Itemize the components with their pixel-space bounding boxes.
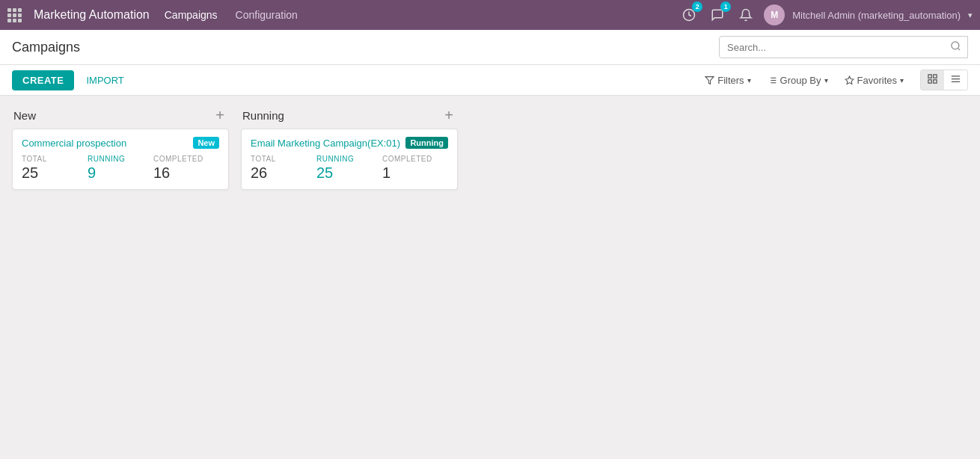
topnav: Marketing Automation Campaigns Configura… [0, 0, 980, 30]
view-toggle [920, 70, 968, 90]
card-stats: TOTAL 25 RUNNING 9 COMPLETED 16 [22, 155, 219, 182]
stat-item: RUNNING 9 [88, 155, 153, 182]
stat-label: RUNNING [88, 155, 125, 163]
import-button[interactable]: IMPORT [80, 70, 129, 90]
svg-line-2 [958, 48, 960, 50]
kanban-column-running: Running + Email Marketing Campaign(EX:01… [241, 108, 458, 196]
svg-rect-13 [928, 80, 931, 83]
search-container [719, 36, 968, 58]
stat-label: RUNNING [316, 155, 354, 163]
clock-icon-btn[interactable]: 2 [679, 4, 699, 25]
kanban-board: New + Commercial prospection New TOTAL 2… [0, 96, 980, 208]
user-name[interactable]: Mitchell Admin (marketing_automation) [792, 10, 961, 21]
stat-item: RUNNING 25 [316, 155, 382, 182]
user-dropdown-arrow[interactable]: ▾ [968, 10, 973, 20]
topnav-campaigns[interactable]: Campaigns [162, 7, 221, 22]
filter-area: Filters ▾ Group By ▾ Favorites ▾ [699, 70, 968, 90]
col-header-new: New + [12, 108, 229, 123]
kanban-card[interactable]: Commercial prospection New TOTAL 25 RUNN… [12, 129, 229, 190]
toolbar: Campaigns [0, 30, 980, 65]
search-button[interactable] [944, 37, 967, 58]
topnav-right: 2 1 M Mitchell Admin (marketing_automati… [679, 4, 973, 25]
stat-label: TOTAL [22, 155, 47, 163]
stat-item: TOTAL 26 [251, 155, 316, 182]
col-header-running: Running + [241, 108, 458, 123]
create-button[interactable]: CREATE [12, 70, 74, 90]
app-title: Marketing Automation [34, 8, 150, 22]
card-name[interactable]: Commercial prospection [22, 138, 126, 149]
card-top: Commercial prospection New [22, 137, 219, 149]
svg-rect-14 [934, 80, 937, 83]
card-top: Email Marketing Campaign(EX:01) Running [251, 137, 448, 149]
svg-point-1 [952, 42, 959, 49]
stat-item: COMPLETED 16 [153, 155, 219, 182]
filters-button[interactable]: Filters ▾ [699, 72, 756, 89]
card-badge: Running [405, 137, 448, 149]
card-stats: TOTAL 26 RUNNING 25 COMPLETED 1 [251, 155, 448, 182]
svg-marker-3 [705, 76, 714, 84]
bell-icon-btn[interactable] [735, 4, 756, 25]
col-title-running: Running [242, 109, 284, 122]
col-add-button-new[interactable]: + [212, 108, 227, 123]
kanban-view-button[interactable] [921, 70, 944, 90]
stat-value: 26 [251, 164, 267, 182]
user-avatar[interactable]: M [764, 4, 785, 25]
list-view-button[interactable] [944, 70, 967, 90]
stat-value: 9 [88, 164, 96, 182]
search-area [719, 36, 968, 58]
col-add-button-running[interactable]: + [441, 108, 456, 123]
chat-icon-btn[interactable]: 1 [707, 4, 728, 25]
svg-marker-10 [845, 76, 854, 84]
kanban-card[interactable]: Email Marketing Campaign(EX:01) Running … [241, 129, 458, 190]
stat-label: TOTAL [251, 155, 276, 163]
page-title: Campaigns [12, 40, 80, 55]
topnav-configuration[interactable]: Configuration [233, 7, 301, 22]
stat-value: 16 [153, 164, 170, 182]
search-input[interactable] [720, 38, 944, 57]
stat-value: 25 [316, 164, 333, 182]
svg-rect-12 [934, 75, 937, 78]
stat-label: COMPLETED [153, 155, 203, 163]
card-name[interactable]: Email Marketing Campaign(EX:01) [251, 138, 400, 149]
topnav-menus: Campaigns Configuration [162, 7, 667, 22]
card-badge: New [193, 137, 219, 149]
stat-value: 25 [22, 164, 38, 182]
svg-rect-11 [928, 75, 931, 78]
clock-badge: 2 [692, 1, 702, 12]
stat-item: TOTAL 25 [22, 155, 88, 182]
favorites-button[interactable]: Favorites ▾ [839, 72, 910, 89]
stat-item: COMPLETED 1 [382, 155, 448, 182]
chat-badge: 1 [720, 1, 731, 12]
stat-value: 1 [382, 164, 391, 182]
kanban-column-new: New + Commercial prospection New TOTAL 2… [12, 108, 229, 196]
stat-label: COMPLETED [382, 155, 432, 163]
groupby-button[interactable]: Group By ▾ [762, 72, 834, 89]
col-title-new: New [13, 109, 36, 122]
app-grid-icon[interactable] [7, 8, 22, 22]
actionbar: CREATE IMPORT Filters ▾ Group By ▾ Favor… [0, 65, 980, 96]
